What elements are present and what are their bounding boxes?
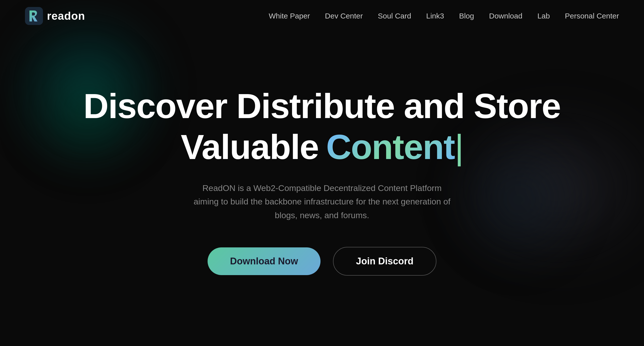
hero-buttons: Download Now Join Discord	[208, 247, 436, 276]
logo[interactable]: readon	[25, 7, 85, 25]
nav-white-paper[interactable]: White Paper	[269, 12, 310, 20]
nav-personal-center[interactable]: Personal Center	[565, 12, 619, 20]
hero-title-dynamic: Content|	[326, 128, 463, 166]
nav-lab[interactable]: Lab	[537, 12, 550, 20]
nav-download[interactable]: Download	[489, 12, 522, 20]
nav-soul-card[interactable]: Soul Card	[378, 12, 411, 20]
join-discord-button[interactable]: Join Discord	[333, 247, 436, 276]
logo-text: readon	[47, 10, 85, 22]
hero-title-line2: Valuable Content|	[180, 128, 463, 166]
nav-link3[interactable]: Link3	[426, 12, 444, 20]
download-now-button[interactable]: Download Now	[208, 247, 320, 275]
hero-title-line1: Discover Distribute and Store	[84, 87, 560, 125]
hero-desc-line1: ReadON is a Web2-Compatible Decentralize…	[202, 183, 442, 193]
nav-blog[interactable]: Blog	[459, 12, 474, 20]
hero-description: ReadON is a Web2-Compatible Decentralize…	[184, 181, 460, 222]
hero-cursor: |	[455, 127, 463, 167]
navbar: readon White Paper Dev Center Soul Card …	[0, 0, 644, 32]
nav-dev-center[interactable]: Dev Center	[325, 12, 363, 20]
hero-title-static: Valuable	[180, 128, 318, 166]
hero-desc-line2: aiming to build the backbone infrastruct…	[194, 197, 450, 220]
hero-section: Discover Distribute and Store Valuable C…	[0, 32, 644, 276]
nav-links: White Paper Dev Center Soul Card Link3 B…	[269, 12, 619, 20]
readon-logo-icon	[25, 7, 43, 25]
